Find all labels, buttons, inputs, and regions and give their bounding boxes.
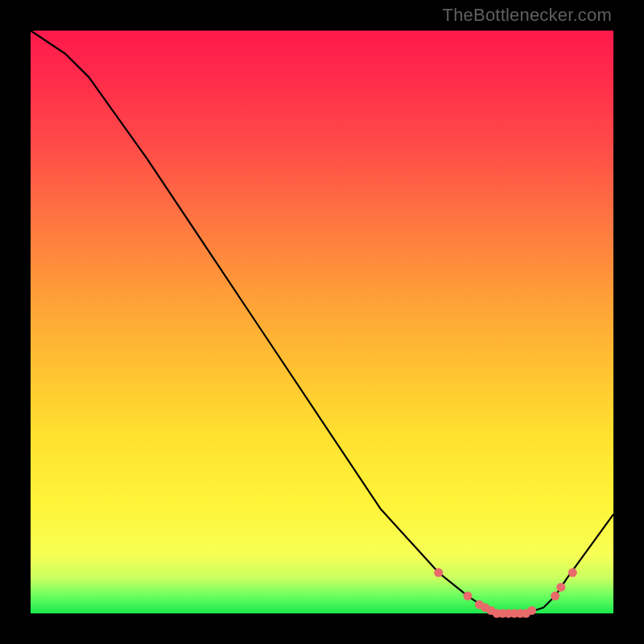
marker-point	[568, 568, 577, 577]
marker-point	[464, 592, 473, 601]
bottleneck-curve	[31, 31, 613, 613]
attribution-label: TheBottlenecker.com	[443, 5, 612, 26]
marker-point	[434, 568, 443, 577]
marker-point	[527, 606, 536, 615]
chart-frame: TheBottlenecker.com	[0, 0, 644, 644]
curve-svg	[31, 31, 613, 613]
plot-area	[31, 31, 613, 613]
marker-point	[551, 592, 559, 601]
marker-point	[556, 583, 565, 592]
marker-group	[434, 568, 577, 618]
